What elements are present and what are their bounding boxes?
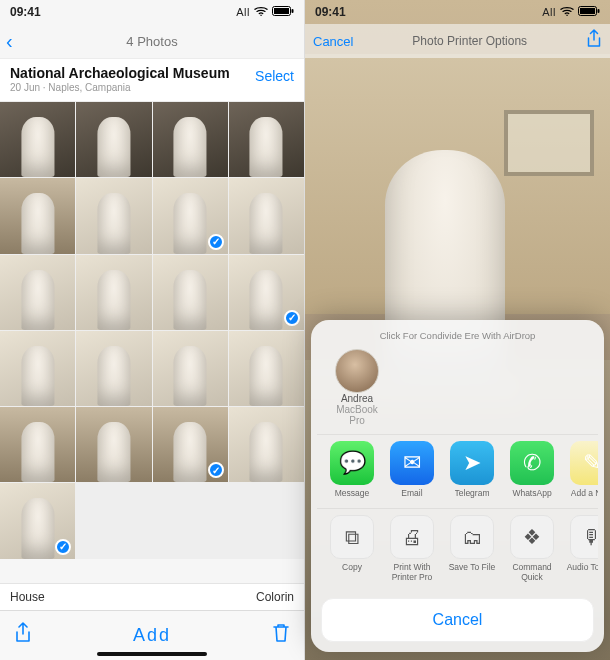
album-title: National Archaeological Museum bbox=[10, 65, 255, 81]
photo-thumb[interactable] bbox=[0, 178, 75, 253]
selection-check-icon: ✓ bbox=[284, 310, 300, 326]
svg-rect-5 bbox=[598, 9, 600, 13]
selection-check-icon: ✓ bbox=[208, 234, 224, 250]
airdrop-name: Andrea bbox=[341, 393, 373, 404]
share-action-print[interactable]: 🖨Print With Printer Pro bbox=[385, 515, 439, 582]
share-action-command[interactable]: ❖Command Quick bbox=[505, 515, 559, 582]
share-app-label: Message bbox=[335, 489, 370, 498]
command-icon: ❖ bbox=[510, 515, 554, 559]
photo-thumb[interactable]: ✓ bbox=[153, 407, 228, 482]
status-carrier: All bbox=[542, 6, 556, 18]
photo-thumb[interactable] bbox=[0, 331, 75, 406]
selection-check-icon: ✓ bbox=[55, 539, 71, 555]
share-app-telegram[interactable]: ➤Telegram bbox=[445, 441, 499, 498]
photo-thumb[interactable] bbox=[76, 255, 151, 330]
message-icon: 💬 bbox=[330, 441, 374, 485]
copy-icon: ⧉ bbox=[330, 515, 374, 559]
whatsapp-icon: ✆ bbox=[510, 441, 554, 485]
nav-bar: Cancel Photo Printer Options bbox=[305, 24, 610, 58]
airdrop-device: MacBook Pro bbox=[327, 404, 387, 426]
share-sheet-pane: 09:41 All Cancel Photo Printer Options C… bbox=[305, 0, 610, 660]
print-icon: 🖨 bbox=[390, 515, 434, 559]
share-action-savefile[interactable]: 🗂Save To File bbox=[445, 515, 499, 582]
share-action-label: Print With Printer Pro bbox=[385, 563, 439, 582]
svg-rect-4 bbox=[580, 8, 595, 14]
airdrop-row: Andrea MacBook Pro bbox=[317, 347, 598, 434]
telegram-icon: ➤ bbox=[450, 441, 494, 485]
photo-thumb[interactable] bbox=[153, 255, 228, 330]
photo-thumb[interactable]: ✓ bbox=[0, 483, 75, 558]
bottom-left-label: House bbox=[10, 590, 45, 604]
share-app-addnote[interactable]: ✎Add a Note bbox=[565, 441, 598, 498]
share-app-label: Telegram bbox=[455, 489, 490, 498]
photo-thumb[interactable] bbox=[229, 178, 304, 253]
photo-thumb[interactable] bbox=[229, 407, 304, 482]
battery-icon bbox=[578, 5, 600, 19]
share-app-whatsapp[interactable]: ✆WhatsApp bbox=[505, 441, 559, 498]
audiotext-icon: 🎙 bbox=[570, 515, 598, 559]
share-action-label: Audio To Text bbox=[567, 563, 598, 572]
photo-thumb[interactable] bbox=[0, 407, 75, 482]
photo-grid: ✓✓✓✓ bbox=[0, 102, 304, 559]
photo-thumb[interactable] bbox=[229, 331, 304, 406]
wifi-icon bbox=[254, 5, 268, 19]
photos-selection-pane: 09:41 All ‹ 4 Photos National Archaeolog… bbox=[0, 0, 305, 660]
avatar bbox=[335, 349, 379, 393]
photo-thumb[interactable] bbox=[0, 255, 75, 330]
share-actions-row[interactable]: ⧉Copy🖨Print With Printer Pro🗂Save To Fil… bbox=[317, 508, 598, 592]
share-app-label: Add a Note bbox=[571, 489, 598, 498]
share-app-label: WhatsApp bbox=[512, 489, 551, 498]
share-sheet: Click For Condivide Ere With AirDrop And… bbox=[311, 320, 604, 652]
battery-icon bbox=[272, 5, 294, 19]
status-bar: 09:41 All bbox=[0, 0, 304, 24]
bottom-right-label: Colorin bbox=[256, 590, 294, 604]
email-icon: ✉ bbox=[390, 441, 434, 485]
status-bar: 09:41 All bbox=[305, 0, 610, 24]
album-header: National Archaeological Museum 20 Jun · … bbox=[0, 58, 304, 102]
sheet-header-text: Click For Condivide Ere With AirDrop bbox=[317, 328, 598, 347]
share-app-label: Email bbox=[401, 489, 422, 498]
nav-title: Photo Printer Options bbox=[357, 34, 582, 48]
share-action-label: Command Quick bbox=[505, 563, 559, 582]
add-to-button[interactable]: Add bbox=[133, 625, 171, 646]
status-time: 09:41 bbox=[315, 5, 346, 19]
bottom-toolbar: Add bbox=[0, 610, 304, 660]
home-indicator bbox=[97, 652, 207, 656]
bottom-labels: House Colorin bbox=[0, 583, 304, 610]
share-apps-row[interactable]: 💬Message✉Email➤Telegram✆WhatsApp✎Add a N… bbox=[317, 434, 598, 508]
photo-thumb[interactable]: ✓ bbox=[153, 178, 228, 253]
wifi-icon bbox=[560, 5, 574, 19]
share-icon[interactable] bbox=[14, 622, 32, 649]
svg-rect-1 bbox=[274, 8, 289, 14]
photo-thumb[interactable] bbox=[76, 407, 151, 482]
share-action-audiotext[interactable]: 🎙Audio To Text bbox=[565, 515, 598, 582]
select-button[interactable]: Select bbox=[255, 68, 294, 84]
svg-rect-2 bbox=[292, 9, 294, 13]
album-subtitle: 20 Jun · Naples, Campania bbox=[10, 82, 255, 93]
photo-thumb[interactable] bbox=[153, 102, 228, 177]
share-app-email[interactable]: ✉Email bbox=[385, 441, 439, 498]
status-carrier: All bbox=[236, 6, 250, 18]
share-action-label: Copy bbox=[342, 563, 362, 572]
status-time: 09:41 bbox=[10, 5, 41, 19]
photo-thumb[interactable] bbox=[76, 178, 151, 253]
addnote-icon: ✎ bbox=[570, 441, 598, 485]
share-action-copy[interactable]: ⧉Copy bbox=[325, 515, 379, 582]
photo-thumb[interactable]: ✓ bbox=[229, 255, 304, 330]
nav-bar: ‹ 4 Photos bbox=[0, 24, 304, 58]
photo-thumb[interactable] bbox=[229, 102, 304, 177]
share-icon[interactable] bbox=[586, 29, 602, 54]
share-app-message[interactable]: 💬Message bbox=[325, 441, 379, 498]
photo-thumb[interactable] bbox=[153, 331, 228, 406]
airdrop-target[interactable]: Andrea MacBook Pro bbox=[327, 349, 387, 426]
photo-thumb[interactable] bbox=[0, 102, 75, 177]
trash-icon[interactable] bbox=[272, 623, 290, 648]
savefile-icon: 🗂 bbox=[450, 515, 494, 559]
photo-thumb[interactable] bbox=[76, 331, 151, 406]
cancel-button[interactable]: Cancel bbox=[321, 598, 594, 642]
nav-title: 4 Photos bbox=[126, 34, 177, 49]
back-chevron-icon[interactable]: ‹ bbox=[6, 30, 13, 53]
nav-cancel-button[interactable]: Cancel bbox=[313, 34, 353, 49]
photo-thumb[interactable] bbox=[76, 102, 151, 177]
selection-check-icon: ✓ bbox=[208, 462, 224, 478]
